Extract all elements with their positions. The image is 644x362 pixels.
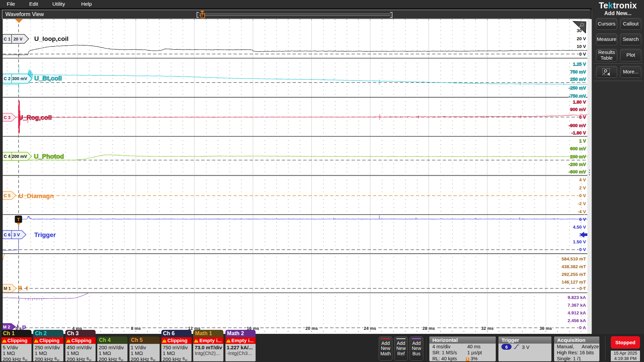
svg-text:1.80 V: 1.80 V <box>573 100 586 105</box>
svg-text:T: T <box>17 217 20 222</box>
svg-text:0 A: 0 A <box>579 325 586 330</box>
svg-text:0 V: 0 V <box>579 115 586 120</box>
svg-text:36 ms: 36 ms <box>540 326 552 331</box>
svg-text:10 V: 10 V <box>577 44 586 49</box>
svg-text:-2 V: -2 V <box>578 201 586 206</box>
svg-text:32 ms: 32 ms <box>481 326 494 331</box>
svg-text:20 ms: 20 ms <box>306 326 318 331</box>
svg-text:-4 V: -4 V <box>578 209 586 214</box>
svg-text:M 2: M 2 <box>3 324 10 329</box>
svg-text:U_Photod: U_Photod <box>34 153 64 160</box>
svg-text:-750 mV: -750 mV <box>569 94 586 99</box>
svg-text:U_loop,coil: U_loop,coil <box>34 35 68 42</box>
svg-text:-600 mV: -600 mV <box>569 169 586 174</box>
svg-text:900 mV: 900 mV <box>570 107 586 112</box>
svg-text:250 mV: 250 mV <box>570 77 586 82</box>
svg-text:4 V: 4 V <box>579 177 586 182</box>
svg-text:-250 mV: -250 mV <box>569 85 586 90</box>
svg-text:4.50 V: 4.50 V <box>573 225 586 230</box>
svg-text:0 V: 0 V <box>579 193 586 198</box>
svg-text:7.367 kA: 7.367 kA <box>568 303 586 308</box>
svg-text:8 ms: 8 ms <box>131 326 141 331</box>
svg-text:0 V: 0 V <box>579 247 586 252</box>
svg-text:2.456 kA: 2.456 kA <box>568 318 586 323</box>
svg-text:24 ms: 24 ms <box>364 326 376 331</box>
svg-text:0 V: 0 V <box>579 52 586 57</box>
svg-text:1.50 V: 1.50 V <box>573 239 586 244</box>
svg-text:584.510 mT: 584.510 mT <box>561 256 586 261</box>
svg-text:-900 mV: -900 mV <box>569 123 586 128</box>
svg-text:I_p: I_p <box>17 323 26 330</box>
svg-text:600 mV: 600 mV <box>570 146 586 151</box>
svg-text:20 V: 20 V <box>13 37 22 42</box>
svg-text:4.912 kA: 4.912 kA <box>568 310 586 315</box>
svg-text:146.127 mT: 146.127 mT <box>561 280 586 285</box>
svg-text:B_t: B_t <box>18 285 28 292</box>
svg-text:1 V: 1 V <box>579 138 586 143</box>
svg-text:200 mV: 200 mV <box>12 154 27 159</box>
svg-text:0 T: 0 T <box>579 286 586 291</box>
svg-text:-200 mV: -200 mV <box>569 162 586 167</box>
svg-text:C 4: C 4 <box>4 154 11 159</box>
svg-text:C 3: C 3 <box>4 115 10 120</box>
svg-text:M 1: M 1 <box>4 286 11 291</box>
svg-text:C 6: C 6 <box>4 232 10 237</box>
svg-text:750 mV: 750 mV <box>570 69 586 74</box>
svg-text:300 mV: 300 mV <box>12 76 28 81</box>
svg-text:C 1: C 1 <box>4 37 10 42</box>
svg-text:292.255 mT: 292.255 mT <box>561 272 586 277</box>
svg-text:-1.80 V: -1.80 V <box>571 130 586 135</box>
svg-text:2 V: 2 V <box>579 185 586 190</box>
svg-text:U_Bt,coil: U_Bt,coil <box>34 75 62 82</box>
svg-text:Trigger: Trigger <box>34 231 56 238</box>
svg-text:1.25 V: 1.25 V <box>573 62 586 67</box>
svg-text:9.823 kA: 9.823 kA <box>568 295 586 300</box>
svg-text:C 2: C 2 <box>4 76 10 81</box>
svg-text:20 V: 20 V <box>577 36 586 41</box>
svg-text:438.382 mT: 438.382 mT <box>561 264 586 269</box>
svg-text:3 V: 3 V <box>13 232 20 237</box>
svg-text:C 5: C 5 <box>4 193 10 198</box>
svg-text:28 ms: 28 ms <box>423 326 435 331</box>
